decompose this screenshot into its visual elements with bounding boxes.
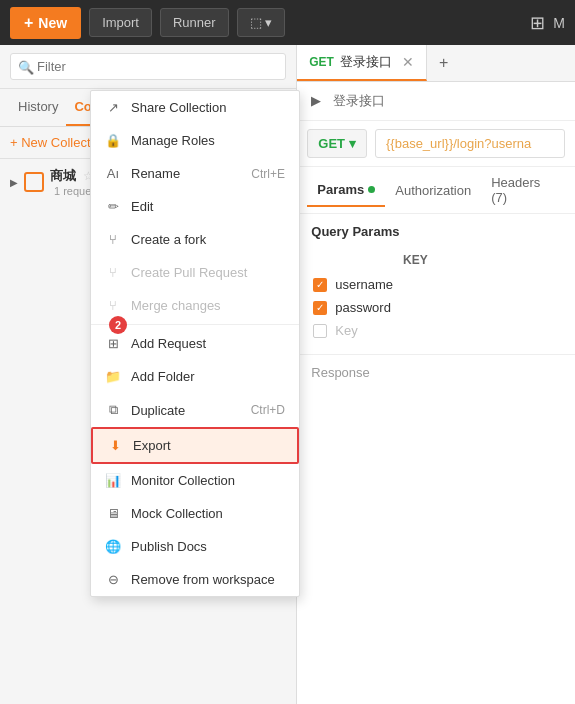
menu-item-rename-label: Rename xyxy=(131,166,180,181)
response-title: Response xyxy=(311,365,370,380)
menu-item-merge-label: Merge changes xyxy=(131,298,221,313)
sub-tab-headers[interactable]: Headers (7) xyxy=(481,167,565,213)
sub-tab-params[interactable]: Params xyxy=(307,174,385,207)
menu-item-remove[interactable]: ⊖ Remove from workspace xyxy=(91,563,299,596)
query-params-title: Query Params xyxy=(311,224,561,239)
toolbar: + New Import Runner ⬚ ▾ ⊞ M xyxy=(0,0,575,45)
sub-tab-headers-label: Headers (7) xyxy=(491,175,555,205)
publish-icon: 🌐 xyxy=(105,539,121,554)
breadcrumb-arrow: ▶ xyxy=(311,93,321,108)
menu-item-add-request-label: Add Request xyxy=(131,336,206,351)
menu-item-pull-request: ⑂ Create Pull Request xyxy=(91,256,299,289)
breadcrumb: ▶ 登录接口 xyxy=(311,92,561,110)
breadcrumb-name: 登录接口 xyxy=(333,93,385,108)
username-key: username xyxy=(335,277,393,292)
method-select[interactable]: GET ▾ xyxy=(307,129,367,158)
menu-item-monitor[interactable]: 📊 Monitor Collection xyxy=(91,464,299,497)
duplicate-shortcut: Ctrl+D xyxy=(251,403,285,417)
search-icon: 🔍 xyxy=(18,59,34,74)
menu-item-edit-label: Edit xyxy=(131,199,153,214)
table-row: Key xyxy=(313,319,393,342)
menu-item-export-label: Export xyxy=(133,438,171,453)
fork-icon: ⑂ xyxy=(105,232,121,247)
profile-icon[interactable]: M xyxy=(553,15,565,31)
empty-key: Key xyxy=(335,323,357,338)
tab-close-button[interactable]: ✕ xyxy=(402,54,414,70)
filter-wrapper: 🔍 xyxy=(10,53,286,80)
request-tab-name: 登录接口 xyxy=(340,53,392,71)
tab-add-button[interactable]: + xyxy=(427,46,460,80)
method-dropdown-arrow: ▾ xyxy=(349,136,356,151)
new-label: New xyxy=(38,15,67,31)
lock-icon: 🔒 xyxy=(105,133,121,148)
method-value: GET xyxy=(318,136,345,151)
request-method-tag: GET xyxy=(309,55,334,69)
collection-name: 商城 xyxy=(50,167,76,185)
menu-item-pull-request-label: Create Pull Request xyxy=(131,265,247,280)
mock-icon: 🖥 xyxy=(105,506,121,521)
menu-item-add-folder-label: Add Folder xyxy=(131,369,195,384)
collection-icon xyxy=(24,172,44,192)
dropdown-menu: ↗ Share Collection 🔒 Manage Roles Aı Ren… xyxy=(90,90,300,597)
runner-button[interactable]: Runner xyxy=(160,8,229,37)
request-header: ▶ 登录接口 xyxy=(297,82,575,121)
table-row: username xyxy=(313,273,393,296)
menu-item-publish-label: Publish Docs xyxy=(131,539,207,554)
empty-checkbox[interactable] xyxy=(313,324,327,338)
add-request-icon: ⊞ xyxy=(105,336,121,351)
menu-item-mock-label: Mock Collection xyxy=(131,506,223,521)
url-bar: GET ▾ xyxy=(297,121,575,167)
new-button[interactable]: + New xyxy=(10,7,81,39)
menu-item-fork[interactable]: ⑂ Create a fork xyxy=(91,223,299,256)
response-section: Response xyxy=(297,354,575,390)
menu-item-duplicate[interactable]: ⧉ Duplicate Ctrl+D xyxy=(91,393,299,427)
table-row: password xyxy=(313,296,393,319)
menu-item-add-folder[interactable]: 📁 Add Folder xyxy=(91,360,299,393)
menu-item-mock[interactable]: 🖥 Mock Collection xyxy=(91,497,299,530)
edit-icon: ✏ xyxy=(105,199,121,214)
menu-item-manage-roles[interactable]: 🔒 Manage Roles xyxy=(91,124,299,157)
url-input[interactable] xyxy=(375,129,565,158)
menu-item-publish[interactable]: 🌐 Publish Docs xyxy=(91,530,299,563)
badge-2: 2 xyxy=(109,316,127,334)
menu-item-monitor-label: Monitor Collection xyxy=(131,473,235,488)
password-checkbox[interactable] xyxy=(313,301,327,315)
collection-expand-arrow[interactable]: ▶ xyxy=(10,177,18,188)
sub-tab-authorization-label: Authorization xyxy=(395,183,471,198)
sub-tabs: Params Authorization Headers (7) xyxy=(297,167,575,214)
sidebar: 🔍 History Collections APIs + New Collect… xyxy=(0,45,297,704)
request-tab-bar: GET 登录接口 ✕ + xyxy=(297,45,575,82)
duplicate-icon: ⧉ xyxy=(105,402,121,418)
grid-icon[interactable]: ⊞ xyxy=(530,12,545,34)
tab-history[interactable]: History xyxy=(10,89,66,126)
add-folder-icon: 📁 xyxy=(105,369,121,384)
request-tab-login[interactable]: GET 登录接口 ✕ xyxy=(297,45,427,81)
menu-item-edit[interactable]: ✏ Edit xyxy=(91,190,299,223)
menu-item-manage-roles-label: Manage Roles xyxy=(131,133,215,148)
menu-item-share[interactable]: ↗ Share Collection xyxy=(91,91,299,124)
remove-icon: ⊖ xyxy=(105,572,121,587)
monitor-icon: 📊 xyxy=(105,473,121,488)
toolbar-right: ⊞ M xyxy=(530,12,565,34)
rename-icon: Aı xyxy=(105,166,121,181)
import-button[interactable]: Import xyxy=(89,8,152,37)
menu-item-fork-label: Create a fork xyxy=(131,232,206,247)
menu-item-export[interactable]: ⬇ Export 2 xyxy=(91,427,299,464)
params-dot xyxy=(368,186,375,193)
menu-item-rename[interactable]: Aı Rename Ctrl+E xyxy=(91,157,299,190)
pull-request-icon: ⑂ xyxy=(105,265,121,280)
merge-icon: ⑂ xyxy=(105,298,121,313)
main-layout: 🔍 History Collections APIs + New Collect… xyxy=(0,45,575,704)
rename-shortcut: Ctrl+E xyxy=(251,167,285,181)
filter-input[interactable] xyxy=(10,53,286,80)
right-panel: GET 登录接口 ✕ + ▶ 登录接口 GET ▾ Param xyxy=(297,45,575,704)
username-checkbox[interactable] xyxy=(313,278,327,292)
query-section: Query Params KEY username password xyxy=(297,214,575,354)
filter-bar: 🔍 xyxy=(0,45,296,89)
sub-tab-params-label: Params xyxy=(317,182,364,197)
sub-tab-authorization[interactable]: Authorization xyxy=(385,175,481,206)
password-key: password xyxy=(335,300,391,315)
capture-button[interactable]: ⬚ ▾ xyxy=(237,8,286,37)
plus-icon: + xyxy=(24,14,33,32)
menu-item-share-label: Share Collection xyxy=(131,100,226,115)
